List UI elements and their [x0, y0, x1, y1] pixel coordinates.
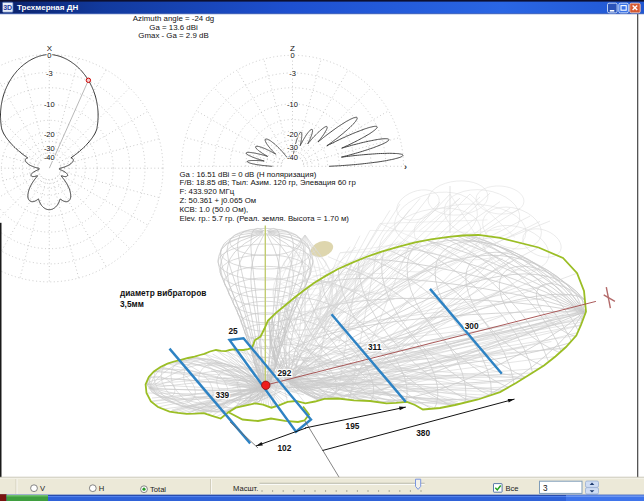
- svg-text:102: 102: [277, 443, 291, 453]
- svg-text:Масшт.: Масшт.: [233, 484, 258, 493]
- svg-text:F/B: 18.85 dB; Тыл: Азим. 120: F/B: 18.85 dB; Тыл: Азим. 120 гр, Элевац…: [180, 178, 357, 187]
- svg-text:-10: -10: [287, 100, 298, 109]
- svg-text:-20: -20: [287, 130, 298, 139]
- svg-text:H: H: [99, 484, 104, 493]
- svg-text:-30: -30: [287, 143, 298, 152]
- svg-text:КСВ: 1.0 (50.0 Ом),: КСВ: 1.0 (50.0 Ом),: [180, 205, 249, 214]
- svg-text:300: 300: [465, 321, 479, 331]
- svg-text:Трехмерная ДН: Трехмерная ДН: [17, 3, 78, 12]
- svg-text:-30: -30: [44, 144, 55, 153]
- svg-text:-10: -10: [44, 100, 55, 109]
- svg-text:25: 25: [228, 326, 238, 336]
- svg-text:Elev. гр.: 5.7 гр. (Реал. земл: Elev. гр.: 5.7 гр. (Реал. земля. Высота …: [180, 214, 350, 223]
- svg-text:Gmax - Ga = 2.9 dB: Gmax - Ga = 2.9 dB: [138, 31, 208, 40]
- svg-text:›: ›: [404, 162, 407, 172]
- svg-text:3D: 3D: [3, 4, 12, 11]
- svg-text:3: 3: [543, 484, 548, 493]
- svg-text:339: 339: [215, 390, 229, 400]
- svg-text:-3: -3: [46, 69, 53, 78]
- svg-text:0: 0: [47, 51, 51, 60]
- svg-text:Ga : 16.51 dBi = 0 dB (Н поля: Ga : 16.51 dBi = 0 dB (Н поляризация): [180, 170, 317, 179]
- svg-text:диаметр вибраторов: диаметр вибраторов: [120, 288, 206, 298]
- svg-text:3,5мм: 3,5мм: [120, 299, 144, 309]
- svg-text:0: 0: [290, 51, 294, 60]
- svg-text:-3: -3: [289, 69, 296, 78]
- svg-text:195: 195: [346, 421, 360, 431]
- svg-text:-20: -20: [44, 130, 55, 139]
- svg-text:Z: 50.361 + j0.065 Ом: Z: 50.361 + j0.065 Ом: [180, 196, 257, 205]
- svg-text:F: 433.920 МГц: F: 433.920 МГц: [180, 187, 235, 196]
- svg-text:Total: Total: [150, 485, 166, 494]
- svg-text:Все: Все: [506, 484, 519, 493]
- svg-text:311: 311: [368, 342, 382, 352]
- svg-text:-40: -40: [44, 153, 55, 162]
- svg-text:380: 380: [416, 428, 430, 438]
- svg-text:292: 292: [277, 368, 291, 378]
- svg-text:-40: -40: [287, 153, 298, 162]
